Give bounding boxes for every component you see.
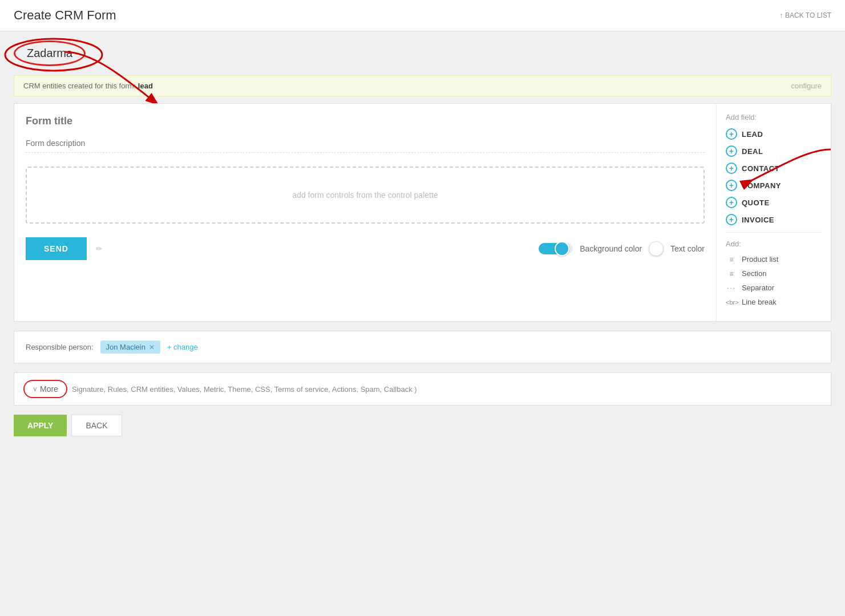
more-items-text: Signature, Rules, CRM entities, Values, …: [72, 385, 417, 394]
add-product-list[interactable]: ≡ Product list: [726, 255, 822, 264]
separator-label: Separator: [742, 283, 774, 292]
send-row: SEND ✏ Background color Text color: [26, 237, 705, 260]
page-title: Create CRM Form: [14, 8, 116, 23]
add-field-quote-label: QUOTE: [742, 198, 770, 207]
section-label: Section: [742, 269, 766, 278]
crm-entities-bar: CRM entities created for this form: lead…: [14, 75, 831, 96]
crm-entities-text: CRM entities created for this form: lead: [23, 82, 153, 90]
arrow-up-icon: ↑: [779, 11, 783, 19]
add-section[interactable]: ≡ Section: [726, 269, 822, 278]
background-color-dot: [555, 241, 569, 256]
add-field-contact[interactable]: + CONTACT: [726, 163, 822, 174]
form-title-input[interactable]: [26, 115, 705, 127]
add-field-invoice-label: INVOICE: [742, 216, 774, 224]
add-extra-label: Add:: [726, 240, 822, 248]
add-field-quote[interactable]: + QUOTE: [726, 197, 822, 208]
back-button[interactable]: BACK: [71, 415, 122, 436]
back-to-list-link[interactable]: ↑ BACK TO LIST: [779, 11, 831, 19]
background-color-slider[interactable]: [539, 243, 573, 254]
person-tag: Jon Maclein ✕: [100, 341, 160, 354]
add-field-lead-label: LEAD: [742, 130, 763, 139]
add-field-company[interactable]: + COMPANY: [726, 180, 822, 191]
page-header: Create CRM Form ↑ BACK TO LIST: [0, 0, 845, 31]
form-drop-zone: add form controls from the control palet…: [26, 167, 705, 224]
more-section: ∨ More Signature, Rules, CRM entities, V…: [14, 372, 831, 406]
add-field-company-label: COMPANY: [742, 181, 781, 190]
color-controls: Background color Text color: [539, 241, 705, 256]
crm-entity-value: lead: [138, 82, 153, 90]
line-break-icon: <br>: [726, 299, 737, 306]
main-content: Zadarma CRM entities created for this fo…: [0, 31, 845, 445]
form-description-input[interactable]: [26, 139, 705, 153]
edit-icon[interactable]: ✏: [96, 244, 103, 253]
configure-link[interactable]: configure: [791, 82, 822, 90]
add-field-invoice[interactable]: + INVOICE: [726, 214, 822, 225]
add-field-contact-label: CONTACT: [742, 164, 779, 173]
add-separator[interactable]: ··· Separator: [726, 283, 822, 292]
add-line-break[interactable]: <br> Line break: [726, 298, 822, 306]
separator-icon: ···: [726, 284, 737, 292]
plus-icon-lead: +: [726, 128, 737, 140]
send-button[interactable]: SEND: [26, 237, 87, 260]
section-icon: ≡: [726, 270, 737, 278]
more-button[interactable]: ∨ More: [23, 380, 67, 398]
change-link[interactable]: + change: [167, 343, 198, 351]
plus-icon-company: +: [726, 180, 737, 191]
add-field-deal[interactable]: + DEAL: [726, 145, 822, 157]
text-color-dot[interactable]: [649, 241, 664, 256]
bottom-buttons: APPLY BACK: [14, 415, 831, 436]
panel-divider: [726, 232, 822, 233]
responsible-label: Responsible person:: [26, 343, 94, 351]
background-color-label: Background color: [580, 244, 642, 253]
right-panel: Add field: + LEAD + DEAL + CONTACT + COM…: [717, 104, 831, 321]
person-name: Jon Maclein: [106, 343, 145, 351]
plus-icon-invoice: +: [726, 214, 737, 225]
add-field-deal-label: DEAL: [742, 147, 763, 156]
form-builder: add form controls from the control palet…: [14, 103, 831, 322]
plus-icon-contact: +: [726, 163, 737, 174]
add-field-lead[interactable]: + LEAD: [726, 128, 822, 140]
line-break-label: Line break: [742, 298, 777, 306]
product-list-icon: ≡: [726, 256, 737, 264]
add-field-label: Add field:: [726, 113, 822, 121]
logo-area: Zadarma: [14, 40, 86, 66]
form-canvas: add form controls from the control palet…: [14, 104, 717, 321]
chevron-down-icon: ∨: [33, 385, 38, 393]
plus-icon-deal: +: [726, 145, 737, 157]
apply-button[interactable]: APPLY: [14, 415, 67, 436]
product-list-label: Product list: [742, 255, 778, 264]
more-button-label: More: [40, 384, 58, 394]
plus-icon-quote: +: [726, 197, 737, 208]
text-color-label: Text color: [670, 244, 705, 253]
logo-text: Zadarma: [27, 47, 72, 59]
responsible-section: Responsible person: Jon Maclein ✕ + chan…: [14, 331, 831, 363]
remove-person-button[interactable]: ✕: [149, 343, 155, 351]
